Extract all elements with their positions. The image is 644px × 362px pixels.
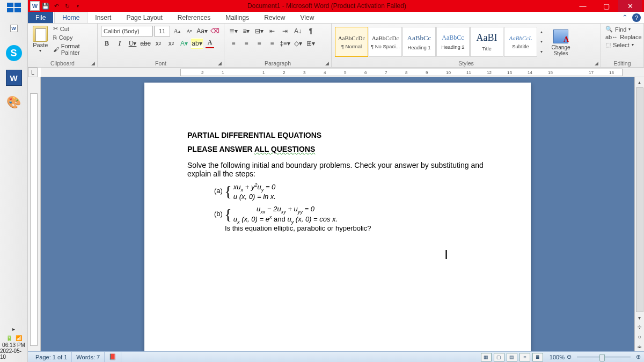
tab-home[interactable]: Home: [54, 12, 87, 23]
tab-file[interactable]: File: [28, 12, 53, 23]
font-size-select[interactable]: 11: [154, 26, 170, 36]
paste-button[interactable]: Paste ▾: [31, 25, 50, 54]
taskbar-app-paint[interactable]: 🎨: [3, 92, 25, 113]
style-heading2[interactable]: AaBbCcHeading 2: [436, 27, 470, 57]
borders-button[interactable]: ⊞▾: [305, 38, 317, 49]
multilevel-button[interactable]: ⊟▾: [253, 26, 265, 36]
start-button[interactable]: [1, 1, 27, 14]
scroll-down-button[interactable]: ▾: [635, 313, 644, 322]
taskbar-app-word[interactable]: W: [3, 67, 25, 88]
styles-more-button[interactable]: ▴▾▾: [538, 27, 545, 57]
style-heading1[interactable]: AaBbCcHeading 1: [402, 27, 436, 57]
status-proofing-icon[interactable]: 📕: [105, 352, 121, 362]
maximize-button[interactable]: ▢: [595, 0, 618, 12]
minimize-button[interactable]: —: [571, 0, 595, 12]
tab-page-layout[interactable]: Page Layout: [119, 12, 170, 23]
view-draft-button[interactable]: ≣: [532, 353, 543, 361]
redo-icon[interactable]: ↻: [62, 1, 72, 11]
app-icon[interactable]: W: [30, 1, 40, 11]
style-subtitle[interactable]: AaBbCcLSubtitle: [504, 27, 537, 57]
view-full-screen-button[interactable]: ▢: [494, 353, 504, 361]
justify-button[interactable]: ≡: [266, 38, 278, 49]
view-outline-button[interactable]: ≡: [519, 353, 530, 361]
highlight-button[interactable]: ab▾: [191, 38, 203, 49]
taskbar-expand-icon[interactable]: ▸: [12, 326, 15, 332]
clipboard-dialog-launcher[interactable]: ◢: [90, 60, 96, 67]
bold-button[interactable]: B: [101, 38, 113, 49]
line-spacing-button[interactable]: ‡≡▾: [279, 38, 291, 49]
format-painter-button[interactable]: 🖌Format Painter: [52, 42, 94, 56]
cut-button[interactable]: ✂Cut: [52, 25, 94, 33]
styles-dialog-launcher[interactable]: ◢: [593, 60, 599, 67]
style-no-spacing[interactable]: AaBbCcDc¶ No Spaci...: [369, 27, 402, 57]
align-center-button[interactable]: ≡: [240, 38, 252, 49]
scroll-up-button[interactable]: ▴: [635, 77, 644, 87]
font-dialog-launcher[interactable]: ◢: [216, 60, 223, 67]
taskbar-date[interactable]: 2022-05-10: [0, 348, 27, 360]
numbering-button[interactable]: ≡▾: [240, 26, 252, 36]
superscript-button[interactable]: x2: [165, 38, 177, 49]
view-web-layout-button[interactable]: ▤: [507, 353, 517, 361]
vertical-scrollbar[interactable]: ▴ ▾ ≑ ○ ≑: [634, 77, 644, 351]
change-styles-button[interactable]: A Change Styles: [548, 27, 574, 56]
horizontal-ruler[interactable]: 21 123 456 789 101112 131415 1718: [41, 68, 644, 77]
zoom-slider[interactable]: [577, 356, 631, 358]
ribbon: Paste ▾ ✂Cut ⎘Copy 🖌Format Painter Clipb…: [28, 24, 644, 68]
font-name-select[interactable]: Calibri (Body): [101, 26, 153, 36]
increase-indent-button[interactable]: ⇥: [279, 26, 291, 36]
next-page-button[interactable]: ≑: [635, 342, 644, 351]
tab-view[interactable]: View: [293, 12, 322, 23]
subscript-button[interactable]: x2: [152, 38, 164, 49]
style-title[interactable]: AaBITitle: [470, 27, 503, 57]
close-button[interactable]: ✕: [618, 0, 642, 12]
clear-format-button[interactable]: ⌫: [209, 26, 221, 36]
ruler-corner[interactable]: L: [28, 68, 38, 77]
zoom-in-button[interactable]: ⊕: [636, 353, 641, 360]
view-print-layout-button[interactable]: ▦: [481, 353, 492, 361]
grow-font-button[interactable]: A▴: [171, 26, 182, 36]
font-color-button[interactable]: A: [204, 38, 216, 49]
select-button[interactable]: ⬚Select▾: [604, 41, 640, 48]
tab-mailings[interactable]: Mailings: [218, 12, 257, 23]
tab-references[interactable]: References: [170, 12, 218, 23]
zoom-out-button[interactable]: ⊖: [567, 353, 572, 360]
browse-object-button[interactable]: ○: [635, 332, 644, 342]
ribbon-minimize-icon[interactable]: ⌃: [620, 13, 629, 22]
taskbar-app-word-qat[interactable]: W: [3, 18, 25, 39]
paragraph-dialog-launcher[interactable]: ◢: [324, 60, 330, 67]
document-scroll[interactable]: PARTIAL DIFFERENTIAL EQUATIONS PLEASE AN…: [41, 77, 634, 351]
status-words[interactable]: Words: 7: [72, 352, 105, 362]
copy-button[interactable]: ⎘Copy: [52, 34, 94, 41]
decrease-indent-button[interactable]: ⇤: [266, 26, 278, 36]
strike-button[interactable]: abc: [140, 38, 151, 49]
undo-icon[interactable]: ↶: [52, 1, 61, 11]
italic-button[interactable]: I: [114, 38, 126, 49]
change-case-button[interactable]: Aa▾: [196, 26, 208, 36]
status-page[interactable]: Page: 1 of 1: [31, 352, 72, 362]
style-normal[interactable]: AaBbCcDc¶ Normal: [335, 27, 368, 57]
prev-page-button[interactable]: ≑: [635, 322, 644, 332]
taskbar-app-skype[interactable]: S: [3, 42, 25, 64]
help-icon[interactable]: ?: [632, 13, 641, 22]
replace-button[interactable]: ab↔Replace: [604, 34, 640, 40]
underline-button[interactable]: U▾: [127, 38, 138, 49]
page[interactable]: PARTIAL DIFFERENTIAL EQUATIONS PLEASE AN…: [144, 83, 531, 351]
align-left-button[interactable]: ≡: [228, 38, 239, 49]
align-right-button[interactable]: ≡: [253, 38, 265, 49]
shrink-font-button[interactable]: A▾: [184, 26, 195, 36]
tab-insert[interactable]: Insert: [87, 12, 119, 23]
taskbar-tray[interactable]: 🔋📶: [6, 335, 22, 341]
bullets-button[interactable]: ≣▾: [228, 26, 239, 36]
show-marks-button[interactable]: ¶: [305, 26, 317, 36]
zoom-level[interactable]: 100%: [550, 354, 565, 360]
tab-review[interactable]: Review: [257, 12, 292, 23]
vertical-ruler[interactable]: [28, 77, 41, 351]
taskbar-time[interactable]: 06:13 PM: [2, 342, 25, 348]
text-effects-button[interactable]: A▾: [178, 38, 190, 49]
save-icon[interactable]: 💾: [41, 1, 50, 11]
sort-button[interactable]: A↓: [292, 26, 304, 36]
qat-customize-icon[interactable]: ▾: [73, 1, 83, 11]
shading-button[interactable]: ◇▾: [292, 38, 304, 49]
scroll-thumb[interactable]: [636, 87, 643, 312]
find-button[interactable]: 🔍Find▾: [604, 26, 640, 33]
